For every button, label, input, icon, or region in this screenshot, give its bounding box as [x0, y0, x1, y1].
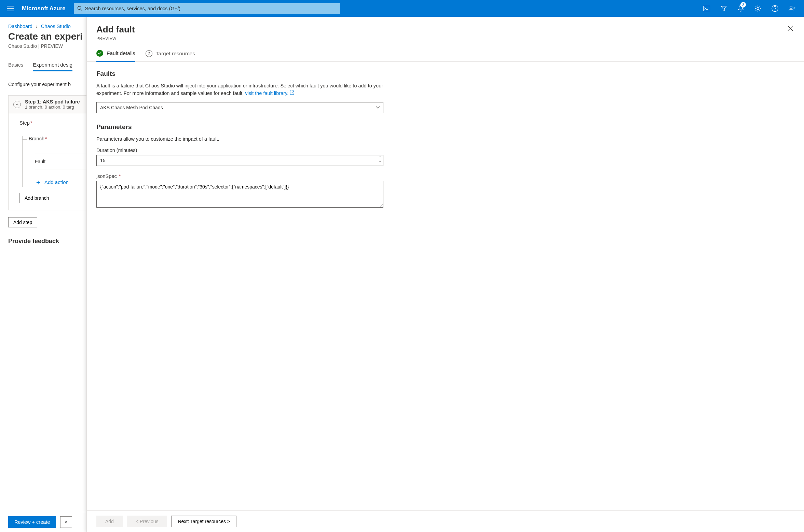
notifications-icon[interactable]: 2: [732, 0, 749, 17]
step-title: Step 1: AKS pod failure: [25, 99, 80, 104]
breadcrumb-dashboard[interactable]: Dashboard: [8, 24, 32, 29]
fault-select-value: AKS Chaos Mesh Pod Chaos: [96, 102, 383, 113]
faults-description: A fault is a failure that Chaos Studio w…: [96, 82, 387, 97]
search-input[interactable]: [85, 6, 337, 11]
top-bar: Microsoft Azure 2: [0, 0, 804, 17]
tab-experiment-designer[interactable]: Experiment desig: [33, 59, 72, 71]
parameters-heading: Parameters: [96, 123, 794, 131]
fault-select[interactable]: AKS Chaos Mesh Pod Chaos: [96, 102, 383, 113]
blade-footer: Add < Previous Next: Target resources >: [87, 510, 804, 532]
add-branch-button[interactable]: Add branch: [19, 193, 54, 203]
check-icon: [96, 50, 103, 57]
topbar-icon-group: 2: [698, 0, 801, 17]
svg-point-0: [78, 6, 81, 9]
search-icon: [77, 6, 82, 11]
help-icon[interactable]: [766, 0, 783, 17]
tab-fault-details-label: Fault details: [107, 50, 135, 56]
duration-input[interactable]: [96, 155, 383, 166]
previous-button: < Previous: [127, 516, 167, 527]
cloud-shell-icon[interactable]: [698, 0, 715, 17]
review-create-button[interactable]: Review + create: [8, 516, 56, 528]
chevron-right-icon: ›: [36, 24, 38, 29]
breadcrumb-chaos-studio[interactable]: Chaos Studio: [41, 24, 71, 29]
chevron-up-icon[interactable]: [13, 101, 21, 108]
tab-fault-details[interactable]: Fault details: [96, 50, 135, 62]
jsonspec-textarea[interactable]: [96, 181, 383, 208]
faults-heading: Faults: [96, 70, 794, 78]
blade-subtitle: PREVIEW: [96, 36, 135, 41]
spinner-buttons[interactable]: ⌃ ⌄: [379, 156, 381, 163]
next-button[interactable]: Next: Target resources >: [171, 516, 236, 527]
add-step-button[interactable]: Add step: [8, 217, 37, 227]
step-2-badge: 2: [146, 50, 152, 57]
step-subtitle: 1 branch, 0 action, 0 targ: [25, 104, 80, 110]
settings-icon[interactable]: [749, 0, 766, 17]
parameters-description: Parameters allow you to customize the im…: [96, 136, 387, 143]
tab-target-resources-label: Target resources: [156, 51, 195, 57]
feedback-icon[interactable]: [783, 0, 801, 17]
external-link-icon: [290, 90, 294, 95]
notification-badge: 2: [740, 2, 746, 8]
global-search[interactable]: [74, 3, 340, 14]
close-icon[interactable]: [786, 24, 794, 32]
tab-basics[interactable]: Basics: [8, 59, 23, 71]
plus-icon: ＋: [35, 178, 42, 187]
previous-button-bg[interactable]: <: [60, 516, 72, 528]
svg-point-3: [757, 8, 759, 10]
blade-title: Add fault: [96, 24, 135, 35]
add-action-label: Add action: [44, 179, 69, 185]
fault-library-link[interactable]: visit the fault library.: [245, 90, 294, 96]
tab-target-resources[interactable]: 2 Target resources: [146, 50, 195, 61]
svg-line-1: [81, 9, 82, 11]
duration-label: Duration (minutes): [96, 148, 794, 153]
directory-filter-icon[interactable]: [715, 0, 732, 17]
add-fault-blade: Add fault PREVIEW Fault details 2 Target…: [86, 17, 804, 532]
spinner-down-icon[interactable]: ⌄: [379, 159, 381, 163]
add-button: Add: [96, 516, 123, 527]
blade-tabs: Fault details 2 Target resources: [87, 41, 804, 62]
svg-point-5: [790, 6, 792, 8]
jsonspec-label: jsonSpec *: [96, 173, 794, 179]
svg-rect-2: [704, 6, 710, 11]
brand-label[interactable]: Microsoft Azure: [21, 5, 70, 12]
hamburger-menu[interactable]: [3, 2, 17, 15]
